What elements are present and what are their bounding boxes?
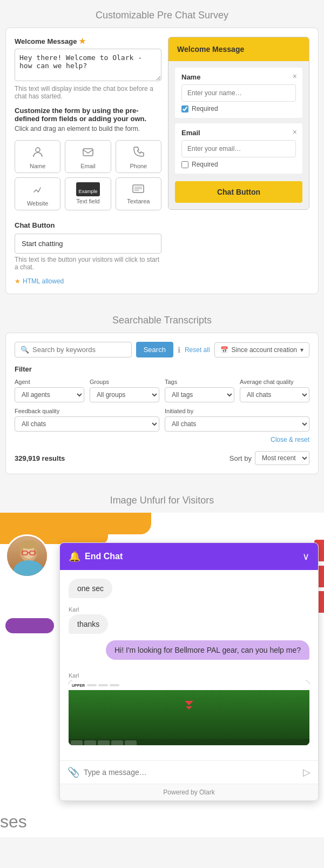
transcripts-panel: 🔍 Search ℹ Reset all 📅 Since account cre… xyxy=(5,333,319,474)
date-filter[interactable]: 📅 Since account creation ▾ xyxy=(214,342,309,357)
filter-label: Filter xyxy=(15,365,309,373)
calendar-icon: 📅 xyxy=(220,346,228,354)
visitor-bubble: Hi! I'm looking for Bellmore PAL gear, c… xyxy=(106,640,309,660)
person-icon xyxy=(32,146,44,161)
textarea-icon xyxy=(132,183,144,196)
customize-sub: Click and drag an element to build the f… xyxy=(15,125,161,132)
chat-message-input[interactable] xyxy=(84,768,299,777)
chat-messages: one sec Karl thanks Hi! I'm looking for … xyxy=(60,570,318,760)
form-element-textarea-label: Textarea xyxy=(127,198,150,204)
form-elements-grid: Name Email xyxy=(15,140,161,210)
form-element-phone[interactable]: Phone xyxy=(116,140,161,173)
agent-select[interactable]: All agents xyxy=(15,387,84,402)
html-allowed-note: ★ HTML allowed xyxy=(15,277,161,285)
chat-header-icon: 🔔 xyxy=(69,551,80,562)
sort-row: Sort by Most recent xyxy=(230,451,309,465)
send-icon[interactable]: ▷ xyxy=(303,766,310,778)
reset-all-link[interactable]: Reset all xyxy=(185,346,210,354)
welcome-message-label: Welcome Message ★ xyxy=(15,37,161,45)
search-button[interactable]: Search xyxy=(136,342,173,357)
results-count: 329,919 results xyxy=(15,454,65,462)
agent-avatar-img xyxy=(7,536,47,576)
site-content-area xyxy=(69,690,309,739)
preview-panel: Welcome Message Name × Required xyxy=(168,37,309,210)
feedback-filter-label: Feedback quality xyxy=(15,408,159,414)
attach-icon[interactable]: 📎 xyxy=(68,766,79,778)
image-unfurl-section: 🔔 End Chat ∨ one sec Karl thanks xyxy=(0,513,324,837)
arrow-down-1 xyxy=(185,701,193,705)
chat-image-inner: UPPER xyxy=(69,680,309,745)
preview-welcome-bar: Welcome Message xyxy=(168,37,309,61)
form-element-name-label: Name xyxy=(30,163,45,169)
form-element-email[interactable]: Email xyxy=(65,140,111,173)
chat-button-input[interactable] xyxy=(15,234,161,254)
quality-filter-label: Average chat quality xyxy=(240,379,309,385)
close-reset-link[interactable]: Close & reset xyxy=(15,436,309,443)
svg-rect-1 xyxy=(83,149,93,156)
groups-select[interactable]: All groups xyxy=(90,387,159,402)
tags-select[interactable]: All tags xyxy=(165,387,234,402)
chat-image-preview: UPPER xyxy=(69,680,309,745)
preview-name-close[interactable]: × xyxy=(293,72,297,81)
feedback-select[interactable]: All chats xyxy=(15,416,159,432)
pre-chat-title: Customizable Pre Chat Survey xyxy=(0,0,324,28)
form-element-textfield[interactable]: Example Text field xyxy=(65,177,111,210)
search-input-wrap: 🔍 xyxy=(15,342,132,357)
pre-chat-left: Welcome Message ★ Hey there! Welcome to … xyxy=(15,37,161,285)
chat-chevron-icon[interactable]: ∨ xyxy=(302,551,309,562)
preview-email-input[interactable] xyxy=(181,140,296,157)
groups-filter: Groups All groups xyxy=(90,379,159,402)
sort-select[interactable]: Most recent xyxy=(255,451,309,465)
site-header-bar: UPPER xyxy=(69,680,309,690)
email-icon xyxy=(82,146,94,161)
quality-filter: Average chat quality All chats xyxy=(240,379,309,402)
search-row: 🔍 Search ℹ Reset all 📅 Since account cre… xyxy=(15,342,309,357)
site-product-4 xyxy=(111,740,123,745)
preview-name-required-checkbox[interactable] xyxy=(181,105,188,112)
preview-name-field: Name × Required xyxy=(175,68,302,118)
site-arrows xyxy=(185,701,193,710)
ses-text: ses xyxy=(0,812,27,832)
site-product-2 xyxy=(84,740,96,745)
form-element-textfield-label: Text field xyxy=(76,198,99,204)
sender-name-karl-2: Karl xyxy=(69,672,79,679)
pre-chat-preview: Welcome Message Name × Required xyxy=(168,37,309,285)
unfurl-bg: 🔔 End Chat ∨ one sec Karl thanks xyxy=(0,513,324,837)
powered-by: Powered by Olark xyxy=(60,784,318,800)
initiated-select[interactable]: All chats xyxy=(165,416,309,432)
html-star: ★ xyxy=(15,277,21,285)
welcome-message-textarea[interactable]: Hey there! Welcome to Olark - how can we… xyxy=(15,49,161,81)
tags-filter: Tags All tags xyxy=(165,379,234,402)
arrow-down-2 xyxy=(186,706,192,710)
svg-rect-11 xyxy=(34,544,37,554)
site-product-5 xyxy=(125,740,137,745)
form-element-website[interactable]: Website xyxy=(15,177,60,210)
site-logo: UPPER xyxy=(72,684,85,687)
quality-select[interactable]: All chats xyxy=(240,387,309,402)
chat-button-section: Chat Button This text is the button your… xyxy=(15,221,161,271)
form-element-website-label: Website xyxy=(27,200,49,207)
message-one-sec: one sec xyxy=(69,579,309,605)
initiated-filter-label: Initiated by xyxy=(165,408,309,414)
preview-name-required-row: Required xyxy=(181,105,296,112)
preview-email-required-row: Required xyxy=(181,161,296,168)
preview-chat-button[interactable]: Chat Button xyxy=(175,181,302,203)
sort-label: Sort by xyxy=(230,454,252,462)
chat-header-title: 🔔 End Chat xyxy=(69,551,123,562)
purple-btn xyxy=(5,618,54,633)
form-element-textarea[interactable]: Textarea xyxy=(116,177,161,210)
form-element-name[interactable]: Name xyxy=(15,140,60,173)
filter-grid-2: Feedback quality All chats Initiated by … xyxy=(15,408,309,432)
svg-point-0 xyxy=(36,148,40,152)
chat-widget: 🔔 End Chat ∨ one sec Karl thanks xyxy=(59,542,319,801)
groups-filter-label: Groups xyxy=(90,379,159,385)
svg-point-7 xyxy=(14,560,44,578)
chat-image-message: UPPER xyxy=(69,680,309,745)
agent-bubble-1: one sec xyxy=(69,579,112,598)
preview-email-close[interactable]: × xyxy=(293,128,297,136)
search-input[interactable] xyxy=(32,346,126,354)
preview-name-input[interactable] xyxy=(181,84,296,102)
preview-email-required-checkbox[interactable] xyxy=(181,161,188,168)
agent-filter: Agent All agents xyxy=(15,379,84,402)
form-element-email-label: Email xyxy=(80,163,96,169)
